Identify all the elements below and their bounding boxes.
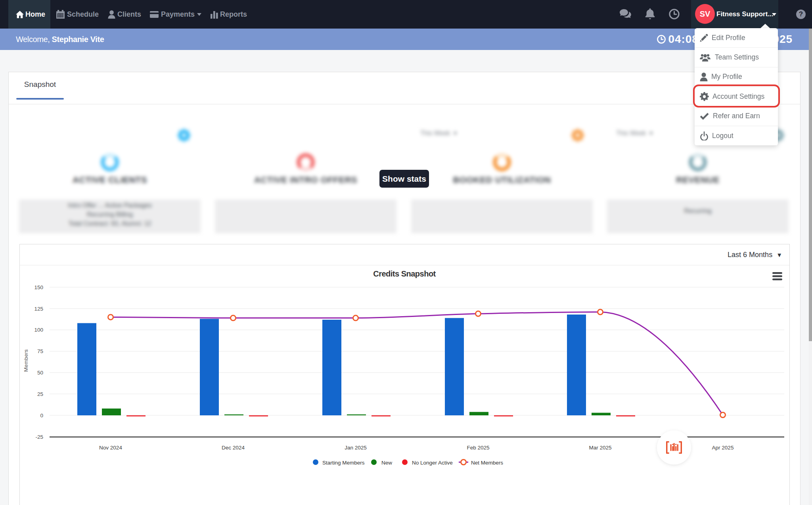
svg-text:No Longer Active: No Longer Active: [412, 460, 453, 466]
svg-text:Feb 2025: Feb 2025: [467, 445, 489, 451]
svg-text:-25: -25: [35, 434, 43, 440]
svg-text:Apr 2025: Apr 2025: [712, 445, 734, 451]
svg-text:Members: Members: [23, 349, 29, 372]
svg-text:75: 75: [37, 348, 43, 354]
svg-text:25: 25: [37, 391, 43, 397]
svg-text:125: 125: [34, 306, 43, 312]
svg-text:Credits Snapshot: Credits Snapshot: [373, 269, 436, 278]
svg-text:Mar 2025: Mar 2025: [589, 445, 611, 451]
svg-text:0: 0: [40, 413, 43, 419]
svg-text:Jan 2025: Jan 2025: [345, 445, 367, 451]
svg-text:150: 150: [34, 284, 43, 290]
svg-text:Starting Members: Starting Members: [322, 460, 365, 466]
svg-text:Nov 2024: Nov 2024: [99, 445, 122, 451]
svg-text:New: New: [381, 460, 392, 466]
svg-text:Dec 2024: Dec 2024: [222, 445, 245, 451]
svg-text:100: 100: [34, 327, 43, 333]
svg-text:Net Members: Net Members: [471, 460, 503, 466]
svg-text:50: 50: [37, 370, 43, 376]
